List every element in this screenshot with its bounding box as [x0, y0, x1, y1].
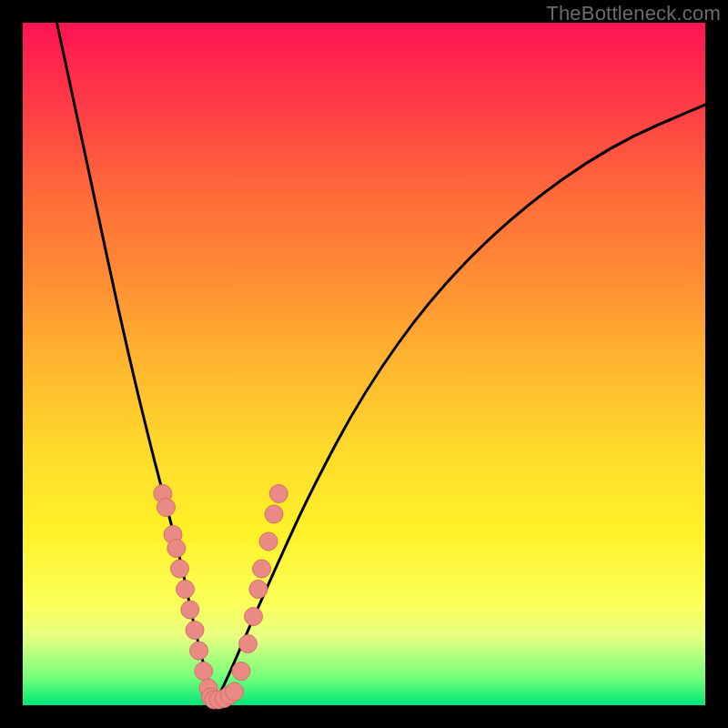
data-point: [226, 682, 244, 701]
chart-svg: [23, 23, 705, 705]
data-point: [157, 499, 176, 517]
data-point: [181, 601, 199, 619]
data-point: [171, 560, 189, 578]
data-point: [259, 532, 278, 551]
data-point: [245, 608, 263, 626]
data-point: [253, 560, 271, 578]
data-point: [195, 662, 213, 681]
data-point: [190, 642, 208, 660]
data-point: [186, 622, 204, 640]
data-point: [177, 581, 195, 599]
data-point: [167, 540, 186, 558]
plot-area: [23, 23, 705, 705]
curve-group: [57, 23, 706, 705]
data-point: [265, 505, 283, 523]
data-point: [232, 662, 250, 681]
outer-frame: TheBottleneck.com: [0, 0, 728, 728]
data-point: [239, 635, 258, 653]
dots-group: [154, 485, 288, 710]
watermark-text: TheBottleneck.com: [546, 2, 721, 25]
data-point: [249, 581, 268, 599]
data-point: [269, 485, 288, 503]
curve-right-branch: [214, 105, 705, 705]
